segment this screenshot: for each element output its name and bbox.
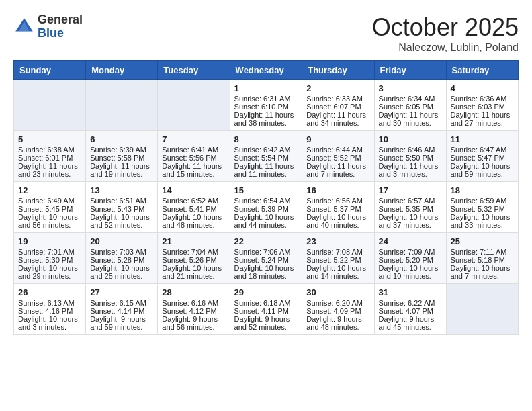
day-number: 20 xyxy=(90,236,153,246)
day-number: 14 xyxy=(162,185,225,195)
day-number: 1 xyxy=(234,83,298,93)
calendar-cell: 5Sunrise: 6:38 AMSunset: 6:01 PMDaylight… xyxy=(14,131,86,182)
day-number: 6 xyxy=(90,134,153,144)
day-info: Sunrise: 6:13 AM xyxy=(18,299,81,307)
day-info: Sunset: 5:39 PM xyxy=(234,205,298,213)
day-info: and 52 minutes. xyxy=(234,323,298,331)
location-label: Naleczow, Lublin, Poland xyxy=(372,42,519,54)
calendar-week-row: 1Sunrise: 6:31 AMSunset: 6:10 PMDaylight… xyxy=(14,80,519,131)
day-info: Sunset: 4:16 PM xyxy=(18,307,81,315)
calendar-cell: 29Sunrise: 6:18 AMSunset: 4:11 PMDayligh… xyxy=(230,284,302,335)
calendar-cell: 11Sunrise: 6:47 AMSunset: 5:47 PMDayligh… xyxy=(446,131,518,182)
calendar-table: SundayMondayTuesdayWednesdayThursdayFrid… xyxy=(13,60,519,335)
month-title: October 2025 xyxy=(372,13,519,42)
day-number: 17 xyxy=(379,185,442,195)
day-info: and 44 minutes. xyxy=(234,221,298,229)
day-info: Sunset: 4:07 PM xyxy=(379,307,442,315)
calendar-cell: 21Sunrise: 7:04 AMSunset: 5:26 PMDayligh… xyxy=(158,233,230,284)
day-info: Sunrise: 6:22 AM xyxy=(379,299,442,307)
day-number: 31 xyxy=(379,287,442,298)
day-info: Sunrise: 6:15 AM xyxy=(90,299,153,307)
day-info: Sunset: 6:10 PM xyxy=(234,103,298,111)
day-info: Sunrise: 6:39 AM xyxy=(90,146,153,154)
day-number: 16 xyxy=(306,185,369,195)
calendar-week-row: 12Sunrise: 6:49 AMSunset: 5:45 PMDayligh… xyxy=(14,182,519,233)
day-info: and 14 minutes. xyxy=(306,272,369,280)
day-info: Sunset: 5:35 PM xyxy=(379,205,442,213)
day-info: Sunrise: 7:06 AM xyxy=(234,248,298,256)
calendar-cell: 30Sunrise: 6:20 AMSunset: 4:09 PMDayligh… xyxy=(302,284,374,335)
day-info: and 34 minutes. xyxy=(306,119,369,127)
day-info: Daylight: 9 hours xyxy=(162,315,225,323)
day-info: Sunset: 5:32 PM xyxy=(451,205,514,213)
day-info: Sunset: 5:18 PM xyxy=(451,256,514,264)
day-info: Sunrise: 6:56 AM xyxy=(306,197,369,205)
day-info: Daylight: 10 hours xyxy=(306,213,369,221)
day-header-tuesday: Tuesday xyxy=(158,61,230,80)
day-number: 19 xyxy=(18,236,81,246)
day-info: Sunset: 5:28 PM xyxy=(90,256,153,264)
calendar-cell xyxy=(158,80,230,131)
logo-blue-label: Blue xyxy=(38,27,83,40)
day-info: Sunset: 6:07 PM xyxy=(306,103,369,111)
calendar-cell xyxy=(14,80,86,131)
day-number: 10 xyxy=(379,134,442,144)
day-info: Daylight: 9 hours xyxy=(379,315,442,323)
day-info: and 56 minutes. xyxy=(162,323,225,331)
day-info: Sunrise: 6:51 AM xyxy=(90,197,153,205)
day-number: 12 xyxy=(18,185,81,195)
day-info: Sunrise: 6:33 AM xyxy=(306,95,369,103)
calendar-week-row: 5Sunrise: 6:38 AMSunset: 6:01 PMDaylight… xyxy=(14,131,519,182)
day-number: 2 xyxy=(306,83,369,93)
day-info: Daylight: 10 hours xyxy=(451,264,514,272)
calendar-cell: 15Sunrise: 6:54 AMSunset: 5:39 PMDayligh… xyxy=(230,182,302,233)
day-info: Sunrise: 6:44 AM xyxy=(306,146,369,154)
day-info: Daylight: 10 hours xyxy=(18,315,81,323)
day-info: Daylight: 10 hours xyxy=(451,162,514,170)
day-info: Sunset: 5:52 PM xyxy=(306,154,369,162)
day-info: and 59 minutes. xyxy=(451,170,514,178)
day-number: 18 xyxy=(451,185,514,195)
day-info: and 11 minutes. xyxy=(234,170,298,178)
day-info: Sunrise: 6:52 AM xyxy=(162,197,225,205)
day-info: and 7 minutes. xyxy=(451,272,514,280)
day-info: Daylight: 10 hours xyxy=(162,264,225,272)
calendar-week-row: 19Sunrise: 7:01 AMSunset: 5:30 PMDayligh… xyxy=(14,233,519,284)
day-info: Daylight: 10 hours xyxy=(379,213,442,221)
calendar-cell: 27Sunrise: 6:15 AMSunset: 4:14 PMDayligh… xyxy=(86,284,158,335)
day-number: 4 xyxy=(451,83,514,93)
calendar-cell xyxy=(86,80,158,131)
day-info: Sunrise: 6:42 AM xyxy=(234,146,298,154)
day-header-saturday: Saturday xyxy=(446,61,518,80)
day-info: and 29 minutes. xyxy=(18,272,81,280)
calendar-cell: 25Sunrise: 7:11 AMSunset: 5:18 PMDayligh… xyxy=(446,233,518,284)
calendar-week-row: 26Sunrise: 6:13 AMSunset: 4:16 PMDayligh… xyxy=(14,284,519,335)
calendar-cell: 18Sunrise: 6:59 AMSunset: 5:32 PMDayligh… xyxy=(446,182,518,233)
day-info: and 27 minutes. xyxy=(451,119,514,127)
logo: General Blue xyxy=(13,13,83,40)
day-info: Sunset: 5:22 PM xyxy=(306,256,369,264)
day-info: Sunrise: 7:11 AM xyxy=(451,248,514,256)
day-number: 26 xyxy=(18,287,81,298)
day-info: Sunset: 4:14 PM xyxy=(90,307,153,315)
day-info: Sunrise: 7:01 AM xyxy=(18,248,81,256)
day-info: Sunrise: 6:59 AM xyxy=(451,197,514,205)
day-info: Sunrise: 6:49 AM xyxy=(18,197,81,205)
day-number: 29 xyxy=(234,287,298,298)
day-info: Daylight: 11 hours xyxy=(90,162,153,170)
calendar-cell: 2Sunrise: 6:33 AMSunset: 6:07 PMDaylight… xyxy=(302,80,374,131)
day-info: Sunset: 5:20 PM xyxy=(379,256,442,264)
day-number: 7 xyxy=(162,134,225,144)
day-info: and 19 minutes. xyxy=(90,170,153,178)
day-info: and 23 minutes. xyxy=(18,170,81,178)
day-info: and 7 minutes. xyxy=(306,170,369,178)
day-number: 24 xyxy=(379,236,442,246)
day-info: Sunset: 5:43 PM xyxy=(90,205,153,213)
day-info: and 3 minutes. xyxy=(379,170,442,178)
day-info: and 38 minutes. xyxy=(234,119,298,127)
day-info: Daylight: 10 hours xyxy=(162,213,225,221)
day-info: Daylight: 11 hours xyxy=(451,111,514,119)
day-info: and 18 minutes. xyxy=(234,272,298,280)
calendar-cell: 24Sunrise: 7:09 AMSunset: 5:20 PMDayligh… xyxy=(374,233,446,284)
day-info: Sunset: 6:01 PM xyxy=(18,154,81,162)
